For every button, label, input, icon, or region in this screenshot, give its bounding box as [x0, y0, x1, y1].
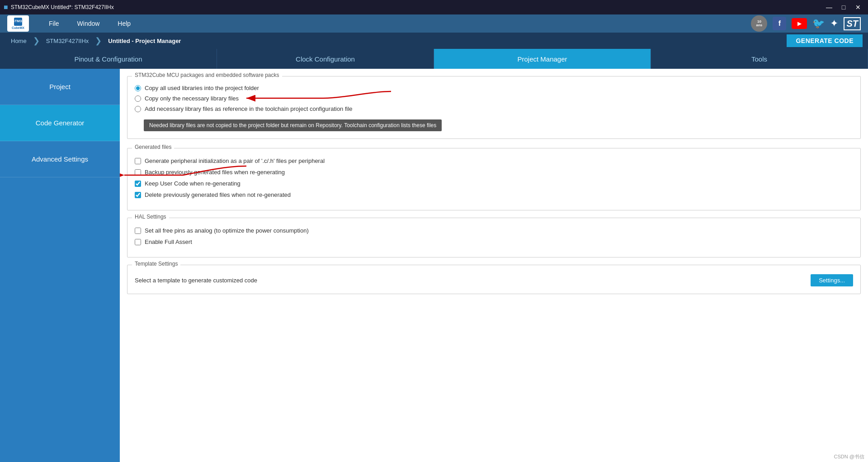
breadcrumb-sep-1: ❯	[33, 36, 40, 46]
radio-add-reference-label: Add necessary library files as reference…	[145, 105, 353, 112]
sidebar-item-code-generator[interactable]: Code Generator	[0, 105, 120, 141]
checkbox-peripheral-init-label: Generate peripheral initialization as a …	[145, 157, 325, 164]
settings-button[interactable]: Settings...	[811, 274, 853, 286]
checkbox-keep-user-code[interactable]: Keep User Code when re-generating	[135, 180, 853, 187]
sidebar: Project Code Generator Advanced Settings	[0, 69, 120, 462]
sidebar-item-project[interactable]: Project	[0, 69, 120, 105]
logo-area: STM32 CubeMX	[7, 15, 29, 32]
youtube-icon[interactable]: ▶	[792, 18, 807, 29]
generated-files-title: Generated files	[132, 144, 174, 150]
mcu-section-title: STM32Cube MCU packages and embedded soft…	[132, 72, 282, 78]
content-panel: STM32Cube MCU packages and embedded soft…	[120, 69, 868, 462]
hal-settings-section: HAL Settings Set all free pins as analog…	[127, 218, 861, 257]
template-label: Select a template to generate customized…	[135, 277, 802, 284]
app-icon: ■	[4, 3, 8, 11]
close-button[interactable]: ✕	[852, 1, 864, 14]
checkbox-keep-user-code-label: Keep User Code when re-generating	[145, 180, 241, 187]
breadcrumb-project[interactable]: Untitled - Project Manager	[103, 33, 186, 49]
radio-add-reference[interactable]: Add necessary library files as reference…	[135, 105, 853, 112]
checkbox-keep-user-code-input[interactable]	[135, 181, 141, 187]
checkbox-free-pins-input[interactable]	[135, 228, 141, 234]
checkbox-backup[interactable]: Backup previously generated files when r…	[135, 169, 853, 176]
menubar: STM32 CubeMX File Window Help 10ans f ▶ …	[0, 14, 868, 33]
checkbox-delete-generated[interactable]: Delete previously generated files when n…	[135, 191, 853, 198]
titlebar: ■ STM32CubeMX Untitled*: STM32F427IIHx —…	[0, 0, 868, 14]
checkbox-delete-generated-input[interactable]	[135, 192, 141, 198]
logo-cube-icon: STM32	[14, 18, 22, 26]
titlebar-title: STM32CubeMX Untitled*: STM32F427IIHx	[11, 4, 114, 10]
st-brand-icon: ST	[844, 17, 861, 30]
checkbox-peripheral-init-input[interactable]	[135, 158, 141, 164]
breadcrumb-bar: Home ❯ STM32F427IIHx ❯ Untitled - Projec…	[0, 33, 868, 49]
facebook-icon[interactable]: f	[773, 17, 786, 30]
sidebar-item-advanced-settings[interactable]: Advanced Settings	[0, 141, 120, 177]
titlebar-controls: — □ ✕	[823, 1, 864, 14]
menu-file[interactable]: File	[42, 18, 66, 29]
generate-code-button[interactable]: GENERATE CODE	[787, 34, 863, 47]
twitter-icon[interactable]: 🐦	[812, 18, 825, 29]
hal-section-title: HAL Settings	[132, 214, 169, 220]
checkbox-full-assert-label: Enable Full Assert	[145, 238, 192, 245]
breadcrumb-home[interactable]: Home	[5, 33, 32, 49]
network-icon[interactable]: ✦	[830, 18, 838, 29]
tab-project-manager[interactable]: Project Manager	[434, 49, 651, 69]
circle-badge: 10ans	[751, 15, 767, 32]
checkbox-delete-generated-label: Delete previously generated files when n…	[145, 191, 291, 198]
radio-copy-all-label: Copy all used libraries into the project…	[145, 85, 259, 91]
tooltip-box: Needed library files are not copied to t…	[144, 119, 442, 131]
template-settings-section: Template Settings Select a template to g…	[127, 265, 861, 294]
breadcrumb-sep-2: ❯	[95, 36, 102, 46]
cubemx-logo: STM32 CubeMX	[7, 15, 29, 32]
radio-copy-necessary-input[interactable]	[135, 95, 141, 102]
checkbox-full-assert-input[interactable]	[135, 239, 141, 245]
checkbox-peripheral-init[interactable]: Generate peripheral initialization as a …	[135, 157, 853, 164]
checkbox-full-assert[interactable]: Enable Full Assert	[135, 238, 853, 245]
mcu-packages-section: STM32Cube MCU packages and embedded soft…	[127, 76, 861, 139]
template-section-title: Template Settings	[132, 261, 180, 267]
social-icons: 10ans f ▶ 🐦 ✦ ST	[751, 15, 861, 32]
tab-tools[interactable]: Tools	[651, 49, 868, 69]
checkbox-backup-label: Backup previously generated files when r…	[145, 169, 285, 176]
radio-copy-all[interactable]: Copy all used libraries into the project…	[135, 85, 853, 91]
radio-group: Copy all used libraries into the project…	[135, 85, 853, 112]
checkbox-free-pins-label: Set all free pins as analog (to optimize…	[145, 227, 309, 234]
maximize-button[interactable]: □	[837, 1, 850, 14]
tab-pinout[interactable]: Pinout & Configuration	[0, 49, 217, 69]
checkbox-free-pins[interactable]: Set all free pins as analog (to optimize…	[135, 227, 853, 234]
menu-help[interactable]: Help	[110, 18, 138, 29]
titlebar-left: ■ STM32CubeMX Untitled*: STM32F427IIHx	[4, 3, 114, 11]
watermark: CSDN @书信	[834, 453, 864, 460]
menu-window[interactable]: Window	[70, 18, 107, 29]
checkbox-group-files: Generate peripheral initialization as a …	[135, 157, 853, 198]
minimize-button[interactable]: —	[823, 1, 835, 14]
radio-copy-all-input[interactable]	[135, 85, 141, 91]
radio-copy-necessary[interactable]: Copy only the necessary library files	[135, 95, 853, 102]
main-area: Project Code Generator Advanced Settings…	[0, 69, 868, 462]
tabbar: Pinout & Configuration Clock Configurati…	[0, 49, 868, 69]
generated-files-section: Generated files Generate peripheral init…	[127, 148, 861, 210]
radio-add-reference-input[interactable]	[135, 106, 141, 112]
tab-clock[interactable]: Clock Configuration	[217, 49, 434, 69]
breadcrumb-device[interactable]: STM32F427IIHx	[41, 33, 94, 49]
checkbox-backup-input[interactable]	[135, 169, 141, 176]
template-row: Select a template to generate customized…	[135, 274, 853, 286]
checkbox-group-hal: Set all free pins as analog (to optimize…	[135, 227, 853, 245]
radio-copy-necessary-label: Copy only the necessary library files	[145, 95, 239, 102]
